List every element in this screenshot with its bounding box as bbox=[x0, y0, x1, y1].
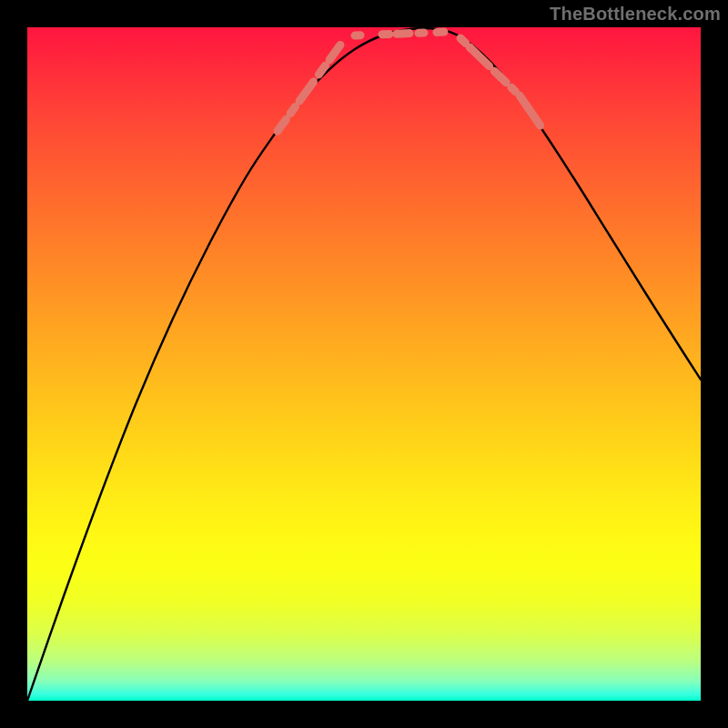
curve-svg bbox=[27, 27, 701, 701]
dash-segment bbox=[460, 38, 519, 95]
dash-segment bbox=[278, 44, 341, 131]
plot-area bbox=[27, 27, 701, 701]
watermark-text: TheBottleneck.com bbox=[550, 4, 721, 25]
chart-frame: TheBottleneck.com bbox=[0, 0, 728, 728]
dash-segment bbox=[355, 32, 446, 35]
bottleneck-curve bbox=[27, 28, 701, 701]
dashed-overlay-group bbox=[278, 32, 548, 136]
